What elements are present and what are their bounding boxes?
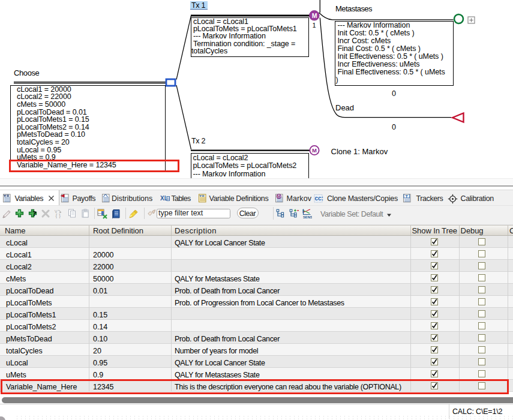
svg-text:M: M — [277, 194, 280, 198]
svg-text:{ }: { } — [55, 212, 61, 218]
svg-text:1: 1 — [312, 22, 316, 29]
svg-text:M: M — [312, 147, 317, 154]
svg-text:SENS: SENS — [303, 215, 312, 218]
svg-text:?: ? — [32, 209, 36, 218]
svg-text:cc:: cc: — [315, 195, 323, 202]
svg-text:M: M — [312, 12, 317, 19]
svg-text:T: T — [405, 194, 408, 199]
